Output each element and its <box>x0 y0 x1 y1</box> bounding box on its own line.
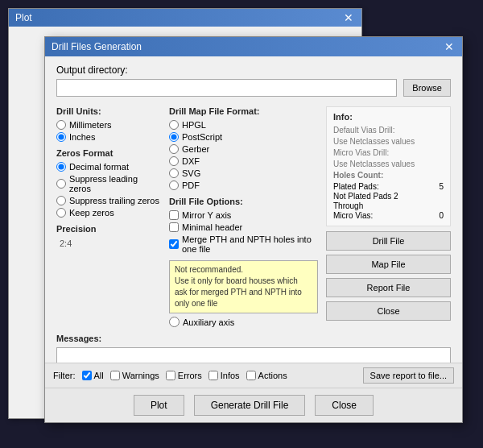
filter-bar: Filter: All Warnings Errors Infos Action… <box>45 363 462 388</box>
use-netclasses-label: Use Netclasses values <box>333 137 444 146</box>
millimeters-radio[interactable] <box>56 120 66 130</box>
inches-option[interactable]: Inches <box>56 132 161 142</box>
minimal-header-checkbox[interactable] <box>169 222 179 232</box>
merge-pth-label: Merge PTH and NPTH holes into one file <box>182 234 318 254</box>
info-title: Info: <box>333 112 444 122</box>
through-vias-row: Through <box>333 201 444 210</box>
mirror-y-option[interactable]: Mirror Y axis <box>169 210 318 220</box>
drill-map-group: HPGL PostScript Gerber DXF <box>169 120 318 190</box>
suppress-trailing-option[interactable]: Suppress trailing zeros <box>56 196 161 205</box>
right-column: Info: Default Vias Drill: Use Netclasses… <box>326 106 451 327</box>
filter-all-option[interactable]: All <box>82 371 104 380</box>
auxiliary-axis-label: Auxiliary axis <box>183 317 234 327</box>
dxf-label: DXF <box>182 156 200 166</box>
auxiliary-axis-radio[interactable] <box>169 317 180 327</box>
left-column: Drill Units: Millimeters Inches Zeros Fo… <box>56 106 161 327</box>
pdf-label: PDF <box>182 180 200 190</box>
plot-close-button[interactable]: ✕ <box>342 12 355 23</box>
messages-label: Messages: <box>56 334 451 343</box>
filter-actions-checkbox[interactable] <box>246 371 256 380</box>
svg-radio[interactable] <box>169 168 179 178</box>
plot-dialog-title: Plot <box>15 12 32 23</box>
pdf-radio[interactable] <box>169 180 179 190</box>
filter-infos-option[interactable]: Infos <box>208 371 240 380</box>
action-buttons: Drill File Map File Report File Close <box>326 231 451 321</box>
filter-actions-option[interactable]: Actions <box>246 371 287 380</box>
browse-button[interactable]: Browse <box>403 79 451 97</box>
decimal-format-radio[interactable] <box>56 162 66 172</box>
suppress-trailing-radio[interactable] <box>56 196 66 205</box>
millimeters-label: Millimeters <box>69 120 112 130</box>
plot-button[interactable]: Plot <box>134 395 184 416</box>
precision-value: 2:4 <box>60 239 72 248</box>
precision-label: Precision <box>56 224 161 234</box>
minimal-header-option[interactable]: Minimal header <box>169 222 318 232</box>
svg-option[interactable]: SVG <box>169 168 318 178</box>
auxiliary-axis-option[interactable]: Auxiliary axis <box>169 317 318 327</box>
filter-errors-checkbox[interactable] <box>166 371 175 380</box>
filter-infos-checkbox[interactable] <box>208 371 218 380</box>
micro-vias-label: Micro Vias: <box>333 211 373 220</box>
action-close-button[interactable]: Close <box>326 301 451 321</box>
three-col-layout: Drill Units: Millimeters Inches Zeros Fo… <box>56 106 451 327</box>
drill-file-checkboxes: Mirror Y axis Minimal header Merge PTH a… <box>169 210 318 254</box>
drill-file-options: Drill File Options: Mirror Y axis Minima… <box>169 197 318 327</box>
drill-map-label: Drill Map File Format: <box>169 106 318 116</box>
keep-zeros-label: Keep zeros <box>69 208 114 218</box>
inches-radio[interactable] <box>56 132 66 142</box>
filter-warnings-label: Warnings <box>122 371 159 380</box>
not-plated-pads-label: Not Plated Pads 2 <box>333 192 398 201</box>
hpgl-radio[interactable] <box>169 120 179 130</box>
pdf-option[interactable]: PDF <box>169 180 318 190</box>
gerber-option[interactable]: Gerber <box>169 144 318 154</box>
dxf-option[interactable]: DXF <box>169 156 318 166</box>
filter-all-checkbox[interactable] <box>82 371 92 380</box>
drill-file-button[interactable]: Drill File <box>326 231 451 251</box>
hpgl-option[interactable]: HPGL <box>169 120 318 130</box>
filter-warnings-option[interactable]: Warnings <box>110 371 159 380</box>
bottom-close-button[interactable]: Close <box>315 395 374 416</box>
filter-warnings-checkbox[interactable] <box>110 371 120 380</box>
dxf-radio[interactable] <box>169 156 179 166</box>
use-netclasses2-label: Use Netclasses values <box>333 160 444 168</box>
gerber-radio[interactable] <box>169 144 179 154</box>
report-file-button[interactable]: Report File <box>326 278 451 297</box>
drill-units-group: Millimeters Inches <box>56 120 161 142</box>
inches-label: Inches <box>69 132 95 142</box>
drill-dialog-title-bar: Drill Files Generation ✕ <box>45 37 462 56</box>
minimal-header-label: Minimal header <box>182 222 242 232</box>
map-file-button[interactable]: Map File <box>326 255 451 274</box>
filter-infos-label: Infos <box>221 371 240 380</box>
drill-close-x-button[interactable]: ✕ <box>443 41 456 52</box>
mirror-y-checkbox[interactable] <box>169 210 179 220</box>
merge-pth-checkbox[interactable] <box>169 239 179 249</box>
drill-file-opts-label: Drill File Options: <box>169 197 318 206</box>
drill-dialog: Drill Files Generation ✕ Output director… <box>44 36 463 423</box>
postscript-radio[interactable] <box>169 132 179 142</box>
plated-pads-value: 5 <box>439 182 444 191</box>
plated-pads-row: Plated Pads: 5 <box>333 182 444 191</box>
holes-count-label: Holes Count: <box>333 171 444 180</box>
suppress-leading-label: Suppress leading zeros <box>69 174 161 193</box>
suppress-leading-radio[interactable] <box>56 179 66 189</box>
messages-textarea[interactable] <box>56 347 451 363</box>
millimeters-option[interactable]: Millimeters <box>56 120 161 130</box>
filter-all-label: All <box>94 371 104 380</box>
merge-pth-option[interactable]: Merge PTH and NPTH holes into one file <box>169 234 318 254</box>
postscript-label: PostScript <box>182 132 222 142</box>
generate-drill-button[interactable]: Generate Drill File <box>194 395 306 416</box>
micro-vias-row: Micro Vias: 0 <box>333 211 444 220</box>
keep-zeros-radio[interactable] <box>56 208 66 218</box>
postscript-option[interactable]: PostScript <box>169 132 318 142</box>
suppress-leading-option[interactable]: Suppress leading zeros <box>56 174 161 193</box>
hpgl-label: HPGL <box>182 120 206 130</box>
plot-dialog-title-bar: Plot ✕ <box>9 9 361 27</box>
filter-actions-label: Actions <box>258 371 287 380</box>
filter-errors-option[interactable]: Errors <box>166 371 202 380</box>
save-report-button[interactable]: Save report to file... <box>363 367 454 384</box>
tooltip-line1: Not recommanded. <box>175 264 312 276</box>
default-vias-label: Default Vias Drill: <box>333 126 444 135</box>
output-dir-input[interactable] <box>56 79 397 97</box>
keep-zeros-option[interactable]: Keep zeros <box>56 208 161 218</box>
decimal-format-option[interactable]: Decimal format <box>56 162 161 172</box>
